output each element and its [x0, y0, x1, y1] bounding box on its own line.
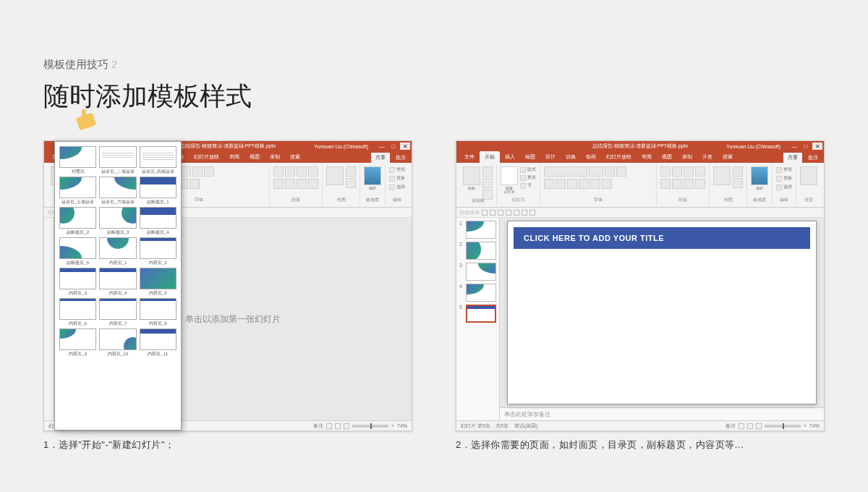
- group-paragraph: 段落: [657, 165, 710, 205]
- layout-option[interactable]: 副标题页_1: [140, 177, 176, 204]
- layout-option[interactable]: 副标题页_2: [59, 207, 96, 234]
- paste-button[interactable]: [463, 166, 480, 185]
- layout-option[interactable]: 封面页: [59, 146, 96, 174]
- user-name: Yunxuan Liu (Chinasoft): [314, 144, 368, 149]
- tab-transitions[interactable]: 切换: [561, 151, 581, 163]
- close-button[interactable]: ✕: [812, 143, 822, 150]
- minimize-button[interactable]: —: [789, 143, 799, 150]
- layout-option[interactable]: 内容页_6: [59, 298, 96, 326]
- thumbnail-3[interactable]: [466, 263, 496, 281]
- tab-record[interactable]: 录制: [677, 151, 697, 163]
- caption-1: 1．选择"开始"-"新建幻灯片"；: [43, 438, 412, 451]
- layout-option[interactable]: 副标题页_3: [99, 207, 136, 234]
- layout-option[interactable]: 内容页_7: [99, 298, 136, 326]
- slide-thumbnails: 1 2 3 4 5: [456, 218, 500, 420]
- layout-option[interactable]: 内容页_5: [140, 268, 176, 295]
- maximize-button[interactable]: □: [801, 143, 811, 150]
- layout-option[interactable]: 目录页_四项目录: [140, 146, 176, 174]
- group-label-paragraph: 段落: [292, 197, 300, 203]
- tab-insert[interactable]: 插入: [500, 151, 520, 163]
- layout-option[interactable]: 副标题页_4: [140, 207, 176, 234]
- thumbnail-1[interactable]: [466, 221, 496, 239]
- new-slide-button[interactable]: [501, 166, 518, 185]
- close-button[interactable]: ✕: [400, 143, 410, 150]
- tab-slideshow[interactable]: 幻灯片放映: [189, 151, 224, 163]
- comments-button[interactable]: 批注: [393, 153, 409, 163]
- group-sensitivity: 保护 敏感度: [360, 165, 386, 205]
- protect-button[interactable]: [751, 166, 768, 185]
- minimize-button[interactable]: —: [377, 143, 387, 150]
- group-font: 字体: [540, 165, 657, 205]
- quick-access: 自动保存: [456, 208, 824, 218]
- tab-review[interactable]: 审阅: [637, 151, 657, 163]
- slide-canvas[interactable]: CLICK HERE TO ADD YOUR TITLE: [500, 218, 824, 407]
- layout-option[interactable]: 内容页_1: [99, 237, 136, 265]
- zoom-slider[interactable]: [765, 425, 801, 428]
- notes-pane[interactable]: 单击此处添加备注: [500, 407, 824, 420]
- status-bar: 幻灯片 第5张，共5张 英语(美国) 备注 +74%: [456, 420, 824, 430]
- tab-home[interactable]: 开始: [480, 151, 500, 163]
- layout-option[interactable]: 内容页_3: [59, 268, 96, 295]
- maximize-button[interactable]: □: [388, 143, 399, 150]
- tab-review[interactable]: 审阅: [224, 151, 244, 163]
- protect-button[interactable]: [364, 166, 381, 185]
- layout-option[interactable]: 目录页_六项目录: [99, 177, 136, 204]
- layout-option[interactable]: 目录页_五项目录: [59, 177, 96, 204]
- tab-record[interactable]: 录制: [265, 151, 285, 163]
- tab-file[interactable]: 文件: [459, 151, 480, 163]
- section-subtitle: 模板使用技巧2: [43, 58, 825, 72]
- layout-option[interactable]: 内容页_11: [140, 328, 176, 356]
- layout-option[interactable]: 目录页_二项目录: [99, 146, 136, 174]
- tab-search[interactable]: 搜索: [285, 151, 305, 163]
- slide-title-placeholder[interactable]: CLICK HERE TO ADD YOUR TITLE: [514, 227, 810, 249]
- tab-draw[interactable]: 绘图: [520, 151, 540, 163]
- document-title: 总结报告·精致简洁·清新蓝绿·PPT模板.pptx: [592, 143, 689, 150]
- user-name: Yunxuan Liu (Chinasoft): [726, 144, 780, 149]
- window-buttons: — □ ✕: [377, 143, 410, 150]
- tab-animations[interactable]: 动画: [581, 151, 601, 163]
- zoom-level: 74%: [809, 423, 820, 428]
- tab-search[interactable]: 搜索: [718, 151, 738, 163]
- group-editing: 查找替换选择 编辑: [386, 165, 409, 205]
- ribbon-tabs: 文件 开始 插入 绘图 设计 切换 动画 幻灯片放映 审阅 视图 录制 开发 搜…: [456, 151, 824, 163]
- thumbnail-2[interactable]: [466, 242, 496, 260]
- group-sensitivity: 保护 敏感度: [747, 165, 773, 205]
- powerpoint-window-1: 总结报告·精致简洁·清新蓝绿·PPT模板.pptx Yunxuan Liu (C…: [43, 140, 412, 431]
- tab-design[interactable]: 设计: [540, 151, 561, 163]
- group-drawing: 绘图: [323, 165, 360, 205]
- powerpoint-window-2: 总结报告·精致简洁·清新蓝绿·PPT模板.pptx Yunxuan Liu (C…: [456, 140, 825, 431]
- group-editing: 查找替换选择 编辑: [773, 165, 796, 205]
- status-slide-info: 幻灯片 第5张，共5张: [461, 423, 509, 430]
- group-label-font: 字体: [195, 197, 203, 203]
- current-slide: CLICK HERE TO ADD YOUR TITLE: [507, 221, 817, 404]
- subtitle-number: 2: [111, 58, 117, 70]
- group-paragraph: 段落: [270, 165, 323, 205]
- workspace: 1 2 3 4 5 CLICK HERE TO ADD YOUR TITLE 单…: [456, 218, 824, 420]
- thumbnail-5[interactable]: [466, 305, 496, 323]
- group-label-drawing: 绘图: [337, 197, 346, 203]
- zoom-slider[interactable]: [352, 425, 388, 428]
- group-drawing: 绘图: [710, 165, 747, 205]
- layout-option[interactable]: 内容页_4: [99, 268, 136, 295]
- group-clipboard: 粘贴 剪贴板: [459, 165, 497, 205]
- layout-option[interactable]: 内容页_8: [140, 298, 176, 326]
- layout-option[interactable]: 副标题页_5: [59, 237, 96, 265]
- cursor-hand-icon: [73, 109, 95, 131]
- tab-view[interactable]: 视图: [244, 151, 265, 163]
- group-label-editing: 编辑: [393, 197, 401, 203]
- tab-view[interactable]: 视图: [657, 151, 677, 163]
- group-slides: 新建 幻灯片 版式重置节 幻灯片: [497, 165, 540, 205]
- add-slide-placeholder[interactable]: 单击以添加第一张幻灯片: [185, 313, 281, 326]
- tab-slideshow[interactable]: 幻灯片放映: [601, 151, 637, 163]
- comments-button[interactable]: 批注: [805, 153, 821, 163]
- share-button[interactable]: 共享: [371, 153, 390, 163]
- layout-option[interactable]: 内容页_10: [99, 328, 136, 356]
- group-voice: 语音: [796, 165, 821, 205]
- new-slide-layout-dropdown: 封面页目录页_二项目录目录页_四项目录目录页_五项目录目录页_六项目录副标题页_…: [54, 141, 182, 430]
- layout-option[interactable]: 内容页_9: [59, 328, 96, 356]
- thumbnail-4[interactable]: [466, 284, 496, 302]
- tab-developer[interactable]: 开发: [697, 151, 718, 163]
- share-button[interactable]: 共享: [783, 153, 802, 163]
- zoom-level: 74%: [397, 423, 407, 428]
- layout-option[interactable]: 内容页_2: [140, 237, 176, 265]
